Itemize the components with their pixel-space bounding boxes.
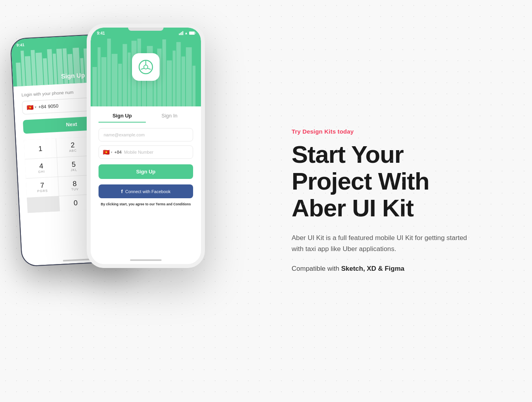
heading-line3: Aber UI Kit xyxy=(292,194,413,221)
signup-button[interactable]: Sign Up xyxy=(99,164,193,179)
key-7[interactable]: 7PGRS xyxy=(26,177,59,197)
phone-front-mockup: 9:41 ▲ xyxy=(87,24,205,268)
svg-rect-23 xyxy=(107,37,111,106)
svg-rect-25 xyxy=(118,64,122,106)
right-content-section: Try Design Kits today Start Your Project… xyxy=(276,104,532,298)
svg-rect-40 xyxy=(193,66,195,106)
key-4[interactable]: 4GHI xyxy=(25,158,58,178)
promo-label: Try Design Kits today xyxy=(292,128,508,135)
svg-rect-0 xyxy=(16,63,22,87)
key-5[interactable]: 5JKL xyxy=(57,156,90,177)
mobile-placeholder: Mobile Number xyxy=(124,150,154,154)
svg-rect-34 xyxy=(162,39,166,106)
svg-rect-24 xyxy=(112,54,117,106)
tab-signup[interactable]: Sign Up xyxy=(99,113,146,123)
mobile-input-row: 🇻🇳 ▾ +84 Mobile Number xyxy=(99,145,193,159)
chevron-icon-back: ▾ xyxy=(35,105,37,109)
svg-line-45 xyxy=(147,68,151,69)
auth-tabs: Sign Up Sign In xyxy=(99,113,193,123)
battery-icon-front xyxy=(189,32,195,35)
terms-text: By clicking start, you agree to our Term… xyxy=(99,202,193,207)
svg-rect-12 xyxy=(80,58,84,83)
description-text: Aber UI Kit is a full featured mobile UI… xyxy=(292,233,473,255)
phone-number-back: 9050 xyxy=(48,103,58,109)
flag-icon-back: 🇻🇳 xyxy=(26,104,33,111)
tab-signin[interactable]: Sign In xyxy=(146,113,193,123)
facebook-button[interactable]: f Connect with Facebook xyxy=(99,184,193,198)
notch-front xyxy=(128,28,164,31)
svg-rect-22 xyxy=(101,57,106,106)
wifi-icon-front: ▲ xyxy=(184,31,188,35)
compatible-text: Compatible with Sketch, XD & Figma xyxy=(292,263,473,274)
country-code-back: +84 xyxy=(38,104,47,110)
svg-rect-39 xyxy=(186,47,192,106)
facebook-button-label: Connect with Facebook xyxy=(125,189,171,194)
phone-front-frame: 9:41 ▲ xyxy=(87,24,205,268)
flag-icon-front: 🇻🇳 xyxy=(103,149,110,155)
svg-rect-21 xyxy=(98,47,100,106)
svg-line-44 xyxy=(141,68,145,69)
compatible-prefix: Compatible with xyxy=(292,265,341,272)
status-time-front: 9:41 xyxy=(97,31,105,35)
terms-prefix: By clicking start, you agree to our xyxy=(101,202,156,206)
facebook-icon: f xyxy=(121,188,123,194)
svg-rect-20 xyxy=(93,67,97,106)
svg-rect-36 xyxy=(173,50,175,106)
phone-mockups-section: 9:41 ▲ xyxy=(0,0,276,402)
hero-section xyxy=(91,28,201,106)
svg-rect-38 xyxy=(182,56,185,106)
terms-link[interactable]: Terms and Conditions xyxy=(156,202,191,206)
email-input[interactable]: name@example.com xyxy=(99,128,193,141)
chevron-icon-front: ▾ xyxy=(111,151,112,154)
heading-line1: Start Your xyxy=(292,141,404,168)
status-icons-front: ▲ xyxy=(179,31,195,35)
signal-icon-front xyxy=(179,31,183,35)
phone-front-screen: 9:41 ▲ xyxy=(91,28,201,264)
svg-rect-26 xyxy=(123,44,127,106)
heading-line2: Project With xyxy=(292,168,429,195)
home-bar-front xyxy=(130,259,162,261)
key-2[interactable]: 2ABC xyxy=(56,137,89,157)
country-code-front: +84 xyxy=(114,150,122,154)
main-heading: Start Your Project With Aber UI Kit xyxy=(292,141,508,222)
status-time-back: 9:41 xyxy=(17,43,25,47)
steering-wheel-icon xyxy=(138,59,154,75)
svg-rect-27 xyxy=(128,52,130,106)
form-section: Sign Up Sign In name@example.com 🇻🇳 ▾ +8… xyxy=(91,106,201,213)
svg-rect-35 xyxy=(167,60,172,106)
compatible-tools: Sketch, XD & Figma xyxy=(341,265,405,272)
app-icon xyxy=(132,53,160,81)
svg-rect-37 xyxy=(176,42,180,106)
key-1[interactable]: 1 xyxy=(24,138,57,159)
